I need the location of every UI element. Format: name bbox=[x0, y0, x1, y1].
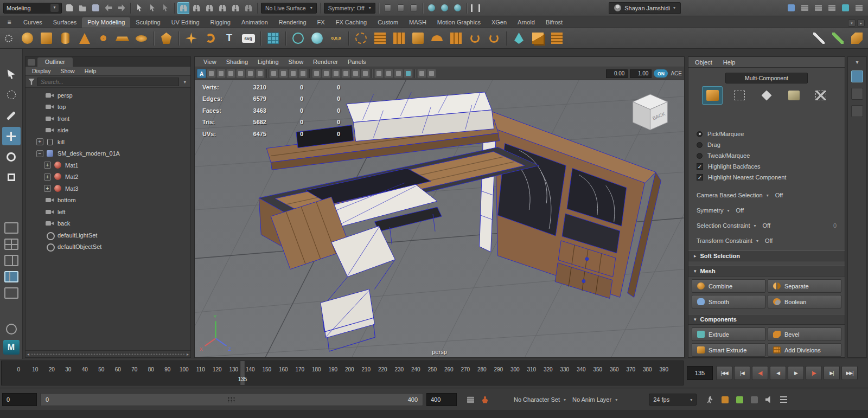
poly-cone-icon[interactable] bbox=[75, 29, 93, 47]
separator[interactable] bbox=[504, 29, 509, 47]
outliner-item[interactable]: left bbox=[25, 206, 190, 218]
mesh-action-button[interactable]: Boolean bbox=[768, 295, 841, 308]
chevron-down-icon[interactable]: ▾ bbox=[756, 239, 758, 243]
make-live-icon[interactable] bbox=[242, 2, 254, 14]
shelf-tab[interactable]: Rigging bbox=[205, 17, 236, 28]
outliner-tab[interactable]: Outliner bbox=[37, 57, 73, 67]
expander-icon[interactable] bbox=[36, 104, 43, 111]
expander-icon[interactable] bbox=[36, 231, 43, 239]
super-shape-icon[interactable] bbox=[182, 29, 200, 47]
expander-icon[interactable]: − bbox=[36, 150, 43, 157]
shelf-editor-gear-icon[interactable] bbox=[2, 32, 15, 45]
outliner-menu-item[interactable]: Help bbox=[85, 68, 97, 74]
shelf-tab[interactable]: Bifrost bbox=[540, 17, 568, 28]
frame-selection-icon[interactable] bbox=[394, 69, 403, 78]
time-slider[interactable]: 0102030405060708090100110120130140150160… bbox=[1, 361, 684, 385]
sound-icon[interactable] bbox=[763, 394, 775, 406]
edge-mode[interactable] bbox=[756, 86, 777, 105]
layout-single-pane[interactable] bbox=[4, 222, 18, 234]
xray-icon[interactable] bbox=[279, 69, 288, 78]
outliner-item[interactable]: − SM_desk_modern_01A bbox=[25, 148, 190, 160]
fps-dropdown[interactable]: 24 fps ▾ bbox=[649, 394, 697, 406]
step-forward-frame-button[interactable]: ▶| bbox=[824, 366, 840, 380]
shelf-tab[interactable]: UV Editing bbox=[166, 17, 205, 28]
shelf-tab[interactable]: Poly Modeling bbox=[82, 17, 130, 28]
tool-settings-toggle-icon[interactable] bbox=[826, 2, 838, 14]
expander-icon[interactable] bbox=[36, 92, 43, 99]
snap-to-curve-icon[interactable] bbox=[190, 2, 202, 14]
separator[interactable] bbox=[371, 69, 374, 78]
use-all-lights-icon[interactable] bbox=[236, 69, 245, 78]
option-dropdown-row[interactable]: Selection Constraint ▾ Off 0 bbox=[688, 218, 845, 233]
render-settings-icon[interactable] bbox=[408, 2, 420, 14]
outliner-item[interactable]: back bbox=[25, 218, 190, 230]
resolution-gate-icon[interactable] bbox=[331, 69, 341, 78]
textured-icon[interactable] bbox=[226, 69, 235, 78]
layout-outliner-persp[interactable] bbox=[4, 271, 18, 282]
expander-icon[interactable] bbox=[36, 208, 43, 215]
combine-icon[interactable] bbox=[409, 29, 427, 47]
animation-end-field[interactable] bbox=[426, 393, 457, 406]
sweep-mesh-icon[interactable] bbox=[371, 29, 389, 47]
outliner-item[interactable]: defaultObjectSet bbox=[25, 241, 190, 253]
component-action-button[interactable]: Smart Extrude bbox=[692, 343, 765, 357]
section-mesh[interactable]: ▾ Mesh bbox=[688, 266, 845, 276]
shelf-popup-icon[interactable]: ▾ bbox=[848, 20, 856, 27]
separator[interactable] bbox=[256, 2, 259, 14]
select-by-hierarchy-icon[interactable] bbox=[133, 2, 145, 14]
mesh-action-button[interactable]: Separate bbox=[768, 279, 841, 293]
shelf-tab[interactable]: Animation bbox=[236, 17, 273, 28]
screen-space-ao-icon[interactable] bbox=[256, 69, 265, 78]
expander-icon[interactable] bbox=[36, 127, 43, 134]
outliner-toggle-icon[interactable] bbox=[853, 2, 865, 14]
vertex-mode[interactable] bbox=[729, 86, 750, 105]
scroll-right-icon[interactable]: ▸ bbox=[187, 352, 189, 357]
layout-two-pane[interactable] bbox=[4, 255, 18, 266]
playback-options-icon[interactable] bbox=[704, 394, 716, 406]
gamma-field[interactable]: 1.00 bbox=[630, 69, 652, 78]
retopologize-icon[interactable] bbox=[466, 29, 484, 47]
separator[interactable] bbox=[151, 29, 156, 47]
chevron-down-icon[interactable]: ▾ bbox=[690, 397, 692, 402]
chevron-down-icon[interactable]: ▾ bbox=[615, 397, 617, 402]
section-arrow-icon[interactable]: ▸ bbox=[694, 253, 697, 259]
boolean-icon[interactable] bbox=[390, 29, 408, 47]
chevron-down-icon[interactable]: ▾ bbox=[754, 223, 756, 228]
attribute-editor-tab-icon[interactable] bbox=[851, 105, 863, 117]
poly-helix-icon[interactable] bbox=[201, 29, 219, 47]
file-save-icon[interactable] bbox=[90, 2, 101, 14]
field-chart-icon[interactable] bbox=[351, 69, 360, 78]
checkbox-row[interactable]: ✓ Highlight Backfaces bbox=[688, 161, 845, 172]
content-browser-icon[interactable] bbox=[439, 2, 451, 14]
play-forwards-button[interactable]: ▶ bbox=[788, 366, 804, 380]
auto-key-icon[interactable] bbox=[748, 394, 760, 406]
section-arrow-icon[interactable]: ▾ bbox=[694, 317, 697, 322]
wireframe-on-shaded-icon[interactable] bbox=[289, 69, 298, 78]
current-time-field[interactable] bbox=[687, 366, 713, 380]
multi-component-mode[interactable] bbox=[702, 86, 723, 105]
shelf-menu-icon[interactable]: ≡ bbox=[3, 18, 16, 27]
chevron-down-icon[interactable]: ▾ bbox=[767, 193, 769, 198]
expander-icon[interactable]: + bbox=[36, 138, 43, 145]
filter-icon[interactable] bbox=[28, 79, 35, 85]
option-dropdown-row[interactable]: Camera Based Selection ▾ Off bbox=[688, 188, 845, 203]
poly-cylinder-icon[interactable] bbox=[56, 29, 74, 47]
film-gate-icon[interactable] bbox=[322, 69, 331, 78]
multi-component-button[interactable]: Multi-Component bbox=[725, 73, 808, 83]
expander-icon[interactable]: + bbox=[44, 162, 51, 169]
checkbox-row[interactable]: ✓ Highlight Nearest Component bbox=[688, 172, 845, 183]
shelf-tab[interactable]: FX bbox=[312, 17, 330, 28]
outliner-item[interactable]: + Mat1 bbox=[25, 159, 190, 171]
chevron-down-icon[interactable]: ▾ bbox=[564, 397, 566, 402]
undo-icon[interactable] bbox=[103, 2, 114, 14]
layout-four-pane[interactable] bbox=[4, 239, 18, 250]
component-action-button[interactable]: Add Divisions bbox=[768, 343, 841, 357]
outliner-item[interactable]: top bbox=[25, 101, 190, 113]
outliner-item[interactable]: side bbox=[25, 125, 190, 137]
smooth-shade-icon[interactable] bbox=[216, 69, 226, 78]
component-action-button[interactable]: Bevel bbox=[768, 327, 841, 341]
uv-mode[interactable] bbox=[810, 86, 831, 105]
auto-keyframe-character-icon[interactable] bbox=[479, 394, 491, 406]
outliner-menu-item[interactable]: Show bbox=[60, 68, 74, 74]
separator[interactable] bbox=[421, 2, 425, 14]
